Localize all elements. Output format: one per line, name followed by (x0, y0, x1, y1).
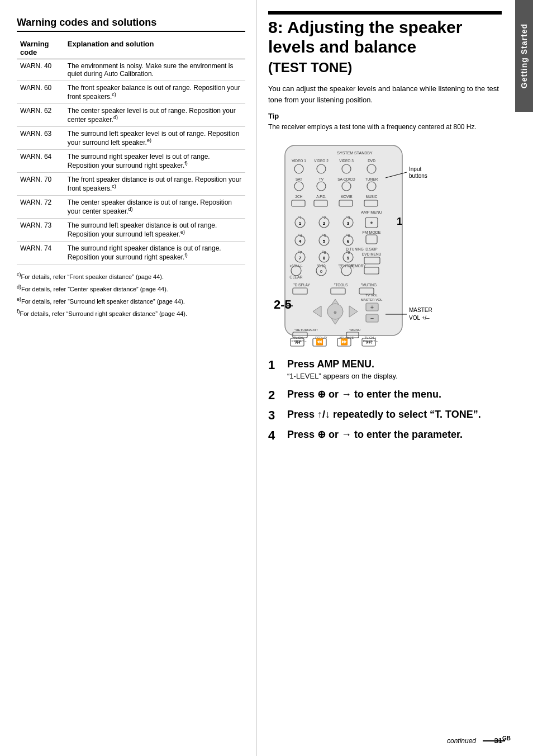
svg-text:TUNER: TUNER (365, 177, 378, 181)
svg-text:SYSTEM STANDBY: SYSTEM STANDBY (337, 151, 373, 155)
svg-text:TV: TV (319, 177, 324, 181)
svg-text:⏭: ⏭ (366, 338, 372, 345)
warning-explanation-6: The center speaker distance is out of ra… (64, 196, 245, 219)
step-desc-1: “1-LEVEL” appears on the display. (287, 371, 502, 381)
warning-explanation-8: The surround right speaker distance is o… (64, 242, 245, 264)
svg-text:1: 1 (299, 221, 302, 226)
footnote-1: d)For details, refer “Center speaker dis… (17, 284, 245, 294)
warning-table: Warning code Explanation and solution WA… (17, 37, 245, 264)
step-title-4: Press ⊕ or → to enter the parameter. (287, 429, 502, 441)
svg-text:+: + (370, 304, 374, 310)
svg-text:−: − (370, 315, 374, 322)
step-number-1: 1 (268, 358, 284, 372)
svg-text:2CH: 2CH (295, 195, 302, 199)
footnote-2: e)For details, refer “Surround left spea… (17, 296, 245, 306)
svg-text:8: 8 (323, 256, 326, 261)
chapter-subtitle: (TEST TONE) (268, 60, 502, 75)
step-1: 1Press AMP MENU.“1-LEVEL” appears on the… (268, 358, 502, 382)
warning-explanation-1: The front speaker balance is out of rang… (64, 81, 245, 104)
step-4: 4Press ⊕ or → to enter the parameter. (268, 429, 502, 442)
footnote-3: f)For details, refer “Surround right spe… (17, 308, 245, 318)
warning-code-7: WARN. 73 (17, 219, 64, 242)
svg-text:⏩: ⏩ (340, 338, 348, 346)
warning-code-1: WARN. 60 (17, 81, 64, 104)
step-number-2: 2 (268, 389, 284, 402)
svg-text:°DISPLAY: °DISPLAY (293, 283, 310, 287)
svg-text:1: 1 (397, 216, 402, 227)
step-number-3: 3 (268, 409, 284, 422)
svg-text:CLEAR: CLEAR (289, 275, 302, 279)
warning-code-3: WARN. 63 (17, 127, 64, 150)
section-title: Warning codes and solutions (17, 17, 245, 32)
svg-text:9: 9 (347, 256, 350, 261)
warning-explanation-3: The surround left speaker level is out o… (64, 127, 245, 150)
left-column: Warning codes and solutions Warning code… (0, 0, 257, 756)
svg-text:MASTER VOL: MASTER VOL (361, 298, 383, 301)
svg-text:AMP MENU: AMP MENU (361, 210, 382, 214)
sidebar-tab: Getting Started (515, 0, 533, 112)
warning-code-2: WARN. 62 (17, 104, 64, 127)
continued-label: continued (447, 737, 476, 745)
step-2: 2Press ⊕ or → to enter the menu. (268, 389, 502, 402)
svg-text:VIDEO 1: VIDEO 1 (292, 159, 306, 163)
svg-text:7: 7 (299, 256, 302, 261)
page-number: 31GB (494, 735, 511, 745)
warning-code-0: WARN. 40 (17, 59, 64, 81)
svg-text:SA-CD/CD: SA-CD/CD (337, 177, 355, 181)
warning-explanation-7: The surround left speaker distance is ou… (64, 219, 245, 242)
svg-text:VOL +/–: VOL +/– (409, 315, 430, 321)
svg-text:VIDEO 3: VIDEO 3 (339, 159, 354, 163)
svg-text:A.F.D.: A.F.D. (316, 195, 326, 199)
svg-text:SAT: SAT (296, 177, 302, 181)
svg-text:4: 4 (299, 239, 302, 244)
warning-explanation-0: The environment is noisy. Make sure the … (64, 59, 245, 81)
warning-code-4: WARN. 64 (17, 150, 64, 173)
svg-text:2-5: 2-5 (274, 297, 292, 311)
steps: 1Press AMP MENU.“1-LEVEL” appears on the… (268, 358, 502, 442)
footnotes: c)For details, refer “Front speaker dist… (17, 271, 245, 319)
svg-text:MOVIE: MOVIE (341, 195, 353, 199)
svg-text:⏮: ⏮ (294, 338, 301, 345)
svg-rect-0 (285, 145, 402, 336)
svg-text:3: 3 (347, 221, 350, 226)
step-number-4: 4 (268, 429, 284, 442)
warning-code-5: WARN. 70 (17, 173, 64, 196)
svg-text:DVD MENU: DVD MENU (362, 252, 382, 256)
svg-text:°TOOLS: °TOOLS (334, 283, 348, 287)
footnote-0: c)For details, refer “Front speaker dist… (17, 271, 245, 281)
sidebar-label: Getting Started (520, 23, 529, 88)
tip-text: The receiver employs a test tone with a … (268, 122, 502, 132)
svg-text:FM MODE: FM MODE (362, 230, 380, 234)
svg-text:MASTER: MASTER (409, 307, 432, 313)
svg-text:VIDEO 2: VIDEO 2 (314, 159, 329, 163)
warning-explanation-4: The surround right speaker level is out … (64, 150, 245, 173)
warning-explanation-5: The front speaker distance is out of ran… (64, 173, 245, 196)
svg-text:⊕: ⊕ (334, 310, 337, 314)
svg-text:DVD: DVD (368, 159, 375, 163)
step-title-1: Press AMP MENU. (287, 358, 502, 371)
svg-text:MUSIC: MUSIC (366, 195, 378, 199)
svg-text:0: 0 (320, 270, 322, 273)
remote-illustration: SYSTEM STANDBY VIDEO 1 VIDEO 2 VIDEO 3 D… (268, 140, 502, 348)
step-3: 3Press ↑/↓ repeatedly to select “T. TONE… (268, 409, 502, 422)
chapter-title: 8: Adjusting the speaker levels and bala… (268, 11, 502, 56)
svg-text:5: 5 (323, 239, 326, 244)
intro-text: You can adjust the speaker levels and ba… (268, 83, 502, 105)
step-title-2: Press ⊕ or → to enter the menu. (287, 389, 502, 401)
svg-text:buttons: buttons (409, 173, 427, 179)
svg-text:°RETURN/EXIT: °RETURN/EXIT (294, 328, 318, 332)
svg-text:MEMORY: MEMORY (349, 264, 366, 268)
col1-header: Warning code (17, 37, 64, 59)
warning-code-6: WARN. 72 (17, 196, 64, 219)
svg-text:TV VOL: TV VOL (365, 294, 378, 297)
warning-explanation-2: The center speaker level is out of range… (64, 104, 245, 127)
svg-text:°MUTING: °MUTING (361, 283, 377, 287)
col2-header: Explanation and solution (64, 37, 245, 59)
svg-text:6: 6 (347, 239, 350, 244)
warning-code-8: WARN. 74 (17, 242, 64, 264)
svg-text:●: ● (370, 220, 373, 225)
right-column: 8: Adjusting the speaker levels and bala… (257, 0, 533, 756)
step-title-3: Press ↑/↓ repeatedly to select “T. TONE”… (287, 409, 502, 421)
svg-text:⏪: ⏪ (316, 338, 323, 346)
svg-text:2: 2 (323, 221, 326, 226)
